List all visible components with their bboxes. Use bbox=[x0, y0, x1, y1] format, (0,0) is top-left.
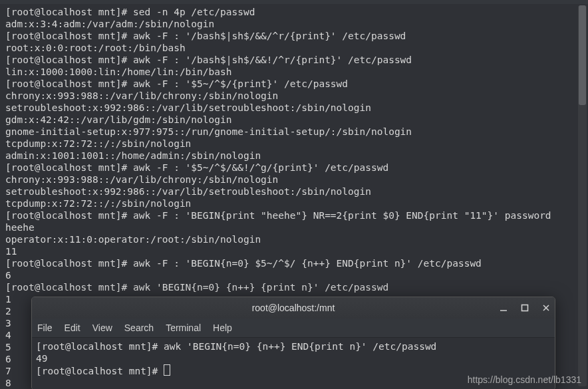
maximize-icon bbox=[521, 304, 529, 312]
menu-view[interactable]: View bbox=[92, 323, 112, 333]
menu-search[interactable]: Search bbox=[124, 323, 154, 333]
window-controls bbox=[499, 297, 551, 319]
menu-help[interactable]: Help bbox=[213, 323, 232, 333]
menu-terminal[interactable]: Terminal bbox=[166, 323, 201, 333]
terminal-cursor bbox=[164, 364, 170, 376]
minimize-icon bbox=[500, 304, 508, 312]
foreground-titlebar[interactable]: root@localhost:/mnt bbox=[32, 297, 555, 319]
svg-rect-0 bbox=[522, 305, 528, 311]
watermark-text: https://blog.csdn.net/lb1331 bbox=[468, 374, 581, 385]
close-icon bbox=[542, 304, 550, 312]
menu-file[interactable]: File bbox=[37, 323, 53, 333]
menu-edit[interactable]: Edit bbox=[65, 323, 80, 333]
terminal-line: 49 bbox=[36, 352, 551, 364]
close-button[interactable] bbox=[541, 303, 551, 313]
window-title: root@localhost:/mnt bbox=[32, 303, 555, 313]
background-scrollbar[interactable] bbox=[578, 5, 587, 386]
maximize-button[interactable] bbox=[520, 303, 529, 313]
foreground-menubar: FileEditViewSearchTerminalHelp bbox=[32, 319, 555, 338]
terminal-line: [root@localhost mnt]# awk 'BEGIN{n=0} {n… bbox=[36, 340, 551, 352]
background-scrollbar-thumb[interactable] bbox=[579, 5, 586, 105]
minimize-button[interactable] bbox=[499, 303, 508, 313]
